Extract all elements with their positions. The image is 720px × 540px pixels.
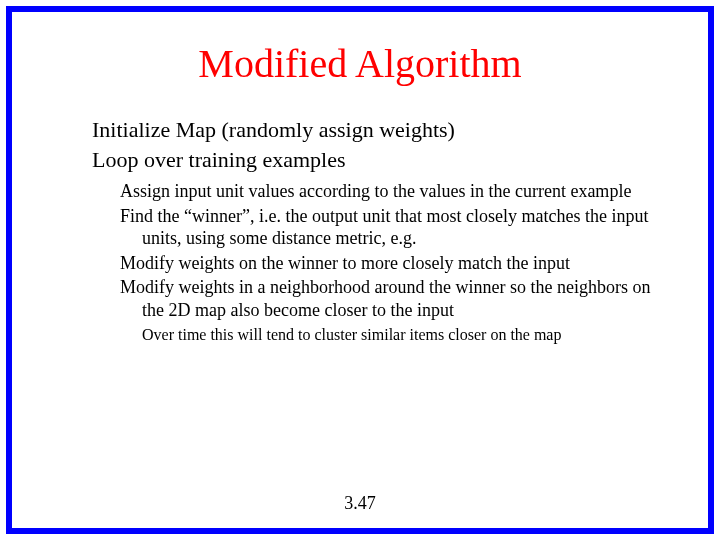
body-level1: Initialize Map (randomly assign weights)… bbox=[92, 115, 648, 174]
slide-title: Modified Algorithm bbox=[12, 40, 708, 87]
substep-modify-winner: Modify weights on the winner to more clo… bbox=[120, 252, 663, 275]
note-clustering: Over time this will tend to cluster simi… bbox=[142, 325, 663, 345]
body-level2: Assign input unit values according to th… bbox=[120, 180, 663, 321]
page-number: 3.47 bbox=[12, 493, 708, 514]
step-initialize: Initialize Map (randomly assign weights) bbox=[92, 115, 648, 145]
slide-frame: Modified Algorithm Initialize Map (rando… bbox=[6, 6, 714, 534]
substep-assign-input: Assign input unit values according to th… bbox=[120, 180, 663, 203]
substep-find-winner: Find the “winner”, i.e. the output unit … bbox=[120, 205, 663, 250]
step-loop: Loop over training examples bbox=[92, 145, 648, 175]
substep-modify-neighborhood: Modify weights in a neighborhood around … bbox=[120, 276, 663, 321]
body-level3: Over time this will tend to cluster simi… bbox=[142, 325, 663, 345]
